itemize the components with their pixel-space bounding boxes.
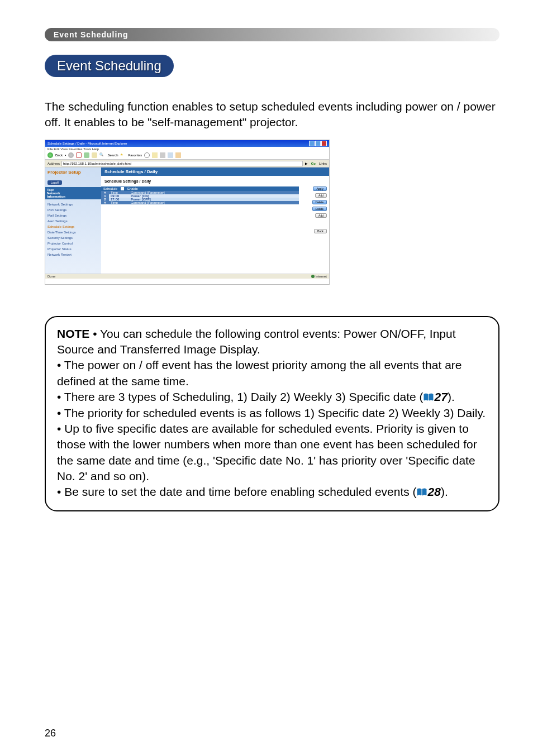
book-icon <box>423 393 434 401</box>
minimize-icon[interactable] <box>309 141 315 146</box>
breadcrumb: Event Scheduling <box>45 28 499 41</box>
back-button[interactable]: Back <box>314 229 327 233</box>
logoff-button[interactable]: Logoff <box>47 180 62 185</box>
browser-screenshot: Schedule Settings / Daily - Microsoft In… <box>45 140 330 285</box>
enable-label: Enable <box>127 187 138 190</box>
sidebar-item-alert-settings[interactable]: Alert Settings <box>47 218 99 224</box>
browser-toolbar[interactable]: Back • 🔍 Search ★ Favorites <box>45 151 329 160</box>
note-line4: • The priority for scheduled events is a… <box>57 406 486 419</box>
refresh-icon[interactable] <box>84 152 89 158</box>
book-icon <box>417 488 427 496</box>
maximize-icon[interactable] <box>315 141 321 146</box>
delete-button-2[interactable]: Delete <box>312 207 327 211</box>
action-panel: Apply Add Delete Delete Add Back <box>301 186 327 236</box>
page-title: Event Scheduling <box>45 55 174 77</box>
edit-icon[interactable] <box>168 152 173 158</box>
mail-icon[interactable] <box>152 152 158 158</box>
zone-icon <box>311 275 315 278</box>
ref-number: 28 <box>428 484 441 500</box>
sidebar-item-mail-settings[interactable]: Mail Settings <box>47 213 99 218</box>
sidebar-item-datetime-settings[interactable]: Date/Time Settings <box>47 229 99 235</box>
favorites-icon[interactable]: ★ <box>120 152 126 158</box>
history-icon[interactable] <box>144 152 150 158</box>
page-reference: 27 <box>423 389 448 405</box>
discuss-icon[interactable] <box>175 152 181 158</box>
search-label: Search <box>107 154 118 157</box>
sidebar-item-schedule-settings[interactable]: Schedule Settings <box>47 224 99 229</box>
note-line6b: ). <box>441 485 448 498</box>
note-line6a: • Be sure to set the date and time befor… <box>57 485 417 498</box>
content-subtitle: Schedule Settings / Daily <box>101 176 329 186</box>
browser-status-bar: Done Internet <box>45 274 329 279</box>
browser-menu[interactable]: File Edit View Favorites Tools Help <box>45 147 329 151</box>
go-label: Go <box>311 162 316 165</box>
main-content: Schedule Settings / Daily Schedule Setti… <box>101 168 329 274</box>
window-title: Schedule Settings / Daily - Microsoft In… <box>47 142 127 145</box>
favorites-label: Favorites <box>128 154 142 157</box>
note-line2: • The power on / off event has the lowes… <box>57 358 462 387</box>
url-field[interactable]: http://192.168.1.10/admin/schedule_daily… <box>61 161 303 166</box>
back-label: Back <box>55 154 63 157</box>
information-label: Information <box>47 195 99 198</box>
note-box: NOTE • You can schedule the following co… <box>45 316 499 511</box>
product-label: Projector Setup <box>47 170 99 175</box>
add-button-2[interactable]: Add <box>315 213 327 218</box>
sidebar-item-projector-control[interactable]: Projector Control <box>47 241 99 246</box>
note-label: NOTE <box>57 327 89 340</box>
schedule-label: Schedule <box>103 187 117 190</box>
apply-button[interactable]: Apply <box>313 186 327 191</box>
sidebar-item-network-settings[interactable]: Network Settings <box>47 202 99 207</box>
links-label[interactable]: Links <box>319 162 327 165</box>
status-done: Done <box>47 275 55 278</box>
search-icon[interactable]: 🔍 <box>99 152 105 158</box>
zone-label: Internet <box>316 275 327 278</box>
delete-button[interactable]: Delete <box>312 200 327 204</box>
table-footer: # Time Command [Parameter] <box>101 201 299 204</box>
window-title-bar: Schedule Settings / Daily - Microsoft In… <box>45 140 329 147</box>
note-line3a: • There are 3 types of Scheduling, 1) Da… <box>57 390 423 403</box>
address-bar: Address http://192.168.1.10/admin/schedu… <box>45 160 329 168</box>
print-icon[interactable] <box>160 152 165 158</box>
stop-icon[interactable] <box>76 152 82 158</box>
go-icon[interactable]: ▶ <box>305 161 308 165</box>
content-header: Schedule Settings / Daily <box>101 168 329 176</box>
note-line1: • You can schedule the following control… <box>57 327 456 356</box>
sidebar-item-security-settings[interactable]: Security Settings <box>47 235 99 241</box>
address-label: Address <box>47 162 60 165</box>
intro-text: The scheduling function enables to setup… <box>45 99 499 131</box>
sidebar-item-projector-status[interactable]: Projector Status <box>47 246 99 252</box>
add-button[interactable]: Add <box>315 193 327 198</box>
sidebar: Projector Setup Logoff Top: Network Info… <box>45 168 101 274</box>
forward-icon[interactable] <box>68 152 74 158</box>
home-icon[interactable] <box>92 152 97 158</box>
col-command: Command [Parameter] <box>129 201 299 204</box>
note-line3b: ). <box>448 390 455 403</box>
note-line5: • Up to five specific dates are availabl… <box>57 422 477 482</box>
sidebar-item-network-restart[interactable]: Network Restart <box>47 252 99 257</box>
sidebar-top-block[interactable]: Top: Network Information <box>45 187 101 199</box>
events-table: # Time Command [Parameter] 1 09:00 Power… <box>101 191 299 204</box>
page-reference: 28 <box>417 484 441 500</box>
enable-checkbox[interactable] <box>121 187 124 190</box>
col-time: Time <box>109 201 129 204</box>
sidebar-item-port-settings[interactable]: Port Settings <box>47 207 99 213</box>
ref-number: 27 <box>435 389 448 405</box>
back-icon[interactable] <box>47 152 53 158</box>
close-icon[interactable] <box>321 141 327 146</box>
col-num: # <box>101 201 109 204</box>
